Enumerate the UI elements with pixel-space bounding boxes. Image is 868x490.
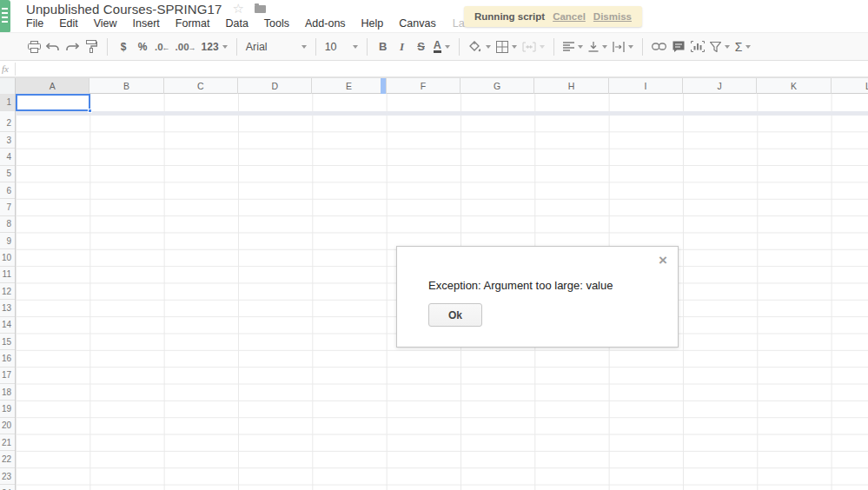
row-header-2[interactable]: 2 [0,116,16,132]
column-header-K[interactable]: K [757,78,831,94]
column-header-E[interactable]: E [312,78,386,94]
row-header-9[interactable]: 9 [0,233,16,249]
toast-dismiss-link[interactable]: Dismiss [593,11,632,22]
column-header-F[interactable]: F [387,78,461,94]
insert-link-button[interactable] [649,36,669,57]
increase-decimal-button[interactable]: .00→ [173,36,199,57]
row-header-15[interactable]: 15 [0,334,16,350]
column-header-D[interactable]: D [238,78,312,94]
merge-cells-button[interactable] [520,36,547,57]
row-header-19[interactable]: 19 [0,401,16,417]
borders-button[interactable] [494,36,520,57]
column-header-H[interactable]: H [534,78,608,94]
menu-format[interactable]: Format [168,17,218,30]
document-title[interactable]: Unpublished Courses-SPRING17 [26,2,222,17]
fx-icon: fx [2,63,9,74]
paint-format-button[interactable] [82,36,101,57]
dialog-ok-button[interactable]: Ok [428,303,482,327]
row-header-1[interactable]: 1 [0,94,16,111]
functions-button[interactable]: Σ [732,36,754,57]
row-header-21[interactable]: 21 [0,434,16,451]
menu-help[interactable]: Help [354,17,392,30]
folder-icon[interactable] [255,5,266,13]
menu-tools[interactable]: Tools [256,17,297,30]
print-button[interactable] [24,36,43,57]
insert-comment-button[interactable] [669,36,688,57]
row-header-6[interactable]: 6 [0,182,16,199]
menu-file[interactable]: File [18,17,51,30]
decrease-decimal-button[interactable]: .0← [152,36,173,57]
row-header-22[interactable]: 22 [0,452,16,468]
dialog-message: Exception: Argument too large: value [428,279,613,292]
menu-addons[interactable]: Add-ons [297,17,354,30]
column-headers: ABCDEFGHIJKL [0,77,868,94]
undo-button[interactable] [43,36,63,57]
row-header-5[interactable]: 5 [0,166,16,182]
row-header-12[interactable]: 12 [0,283,16,300]
row-header-24[interactable]: 24 [0,485,16,490]
text-wrap-button[interactable] [610,36,636,57]
vertical-align-button[interactable] [586,36,610,57]
selected-cell-A1[interactable] [16,94,90,111]
exception-dialog: × Exception: Argument too large: value O… [396,246,679,348]
toast-cancel-link[interactable]: Cancel [553,11,586,22]
font-size-select[interactable]: 10 [322,36,361,57]
formula-bar[interactable]: fx [0,61,868,77]
redo-button[interactable] [63,36,82,57]
font-family-select[interactable]: Arial [243,36,309,57]
row-header-10[interactable]: 10 [0,249,16,266]
script-running-toast: Running script Cancel Dismiss [464,6,642,27]
app-header: Unpublished Courses-SPRING17 ☆ File Edit… [0,0,868,32]
row-header-20[interactable]: 20 [0,418,16,434]
row-header-13[interactable]: 13 [0,300,16,316]
toast-status-text: Running script [474,11,545,22]
column-header-A[interactable]: A [16,78,89,94]
fill-handle[interactable] [88,109,92,113]
menu-edit[interactable]: Edit [51,17,86,30]
row-header-4[interactable]: 4 [0,149,16,165]
row-header-18[interactable]: 18 [0,384,16,401]
toolbar: $ % .0← .00→ 123 Arial 10 B I S A [0,32,868,61]
fill-color-button[interactable] [466,36,494,57]
column-header-C[interactable]: C [164,78,238,94]
more-formats-button[interactable]: 123 [199,36,230,57]
menu-insert[interactable]: Insert [125,17,168,30]
row-header-8[interactable]: 8 [0,216,16,233]
column-header-L[interactable]: L [832,78,868,94]
row-header-7[interactable]: 7 [0,199,16,215]
row-headers: 123456789101112131415161718192021222324 [0,94,16,490]
insert-chart-button[interactable] [688,36,707,57]
horizontal-align-button[interactable] [560,36,586,57]
column-header-G[interactable]: G [461,78,534,94]
filter-button[interactable] [707,36,732,57]
menu-canvas[interactable]: Canvas [391,17,443,30]
sheets-logo-icon[interactable] [0,0,10,33]
select-all-corner[interactable] [0,78,16,94]
column-header-I[interactable]: I [609,78,683,94]
row-header-23[interactable]: 23 [0,468,16,485]
format-currency-button[interactable]: $ [114,36,133,57]
column-header-J[interactable]: J [683,78,757,94]
menu-data[interactable]: Data [217,17,255,30]
star-icon[interactable]: ☆ [232,1,243,17]
text-color-button[interactable]: A [431,36,453,57]
italic-button[interactable]: I [393,36,412,57]
row-header-11[interactable]: 11 [0,267,16,283]
dialog-close-icon[interactable]: × [659,252,667,269]
bold-button[interactable]: B [374,36,393,57]
frozen-row-divider[interactable] [0,111,868,116]
row-header-16[interactable]: 16 [0,350,16,367]
column-header-B[interactable]: B [89,78,163,94]
strikethrough-button[interactable]: S [412,36,431,57]
format-percent-button[interactable]: % [133,36,152,57]
spreadsheet-app: Unpublished Courses-SPRING17 ☆ File Edit… [0,0,868,490]
frozen-column-handle[interactable] [381,78,386,94]
row-header-3[interactable]: 3 [0,132,16,149]
menu-view[interactable]: View [86,17,125,30]
row-header-17[interactable]: 17 [0,368,16,384]
row-header-14[interactable]: 14 [0,317,16,334]
